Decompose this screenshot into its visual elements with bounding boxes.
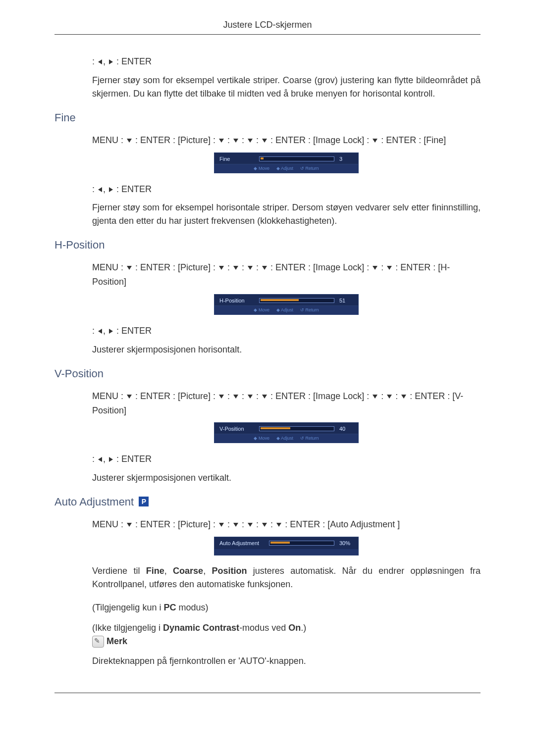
triangle-right-icon [108, 326, 114, 336]
fine-block: MENU : : ENTER : [Picture] : : : : : ENT… [92, 133, 481, 228]
hint-adjust: ◆ Adjust [276, 436, 293, 441]
triangle-down-icon [126, 135, 133, 145]
t: PC [163, 603, 176, 612]
hpos-desc: Justerer skjermposisjonen horisontalt. [92, 343, 481, 356]
vpos-osd: V-Position 40 ◆ Move ◆ Adjust ↺ Return [214, 422, 359, 443]
t: : [225, 262, 232, 272]
top-block: : , : ENTER Fjerner støy som for eksempe… [92, 54, 481, 101]
triangle-down-icon [372, 391, 378, 401]
t: , [203, 566, 212, 576]
hint-move: ◆ Move [254, 166, 269, 171]
note-pencil-icon [92, 636, 104, 648]
triangle-down-icon [400, 391, 407, 401]
t: MENU : [92, 519, 126, 529]
triangle-left-icon [97, 184, 103, 194]
pc-mode-badge-icon: P [139, 497, 149, 506]
osd-label: Fine [219, 156, 254, 162]
t: Dynamic Contrast [163, 623, 239, 633]
t: : [239, 135, 247, 145]
t: Position [212, 566, 247, 576]
vpos-menu-path: MENU : : ENTER : [Picture] : : : : : ENT… [92, 389, 481, 418]
vpos-block: MENU : : ENTER : [Picture] : : : : : ENT… [92, 389, 481, 485]
triangle-right-icon [108, 184, 114, 194]
fine-nav-line: : , : ENTER [92, 182, 481, 197]
auto-osd-wrap: Auto Adjustment 30% [92, 537, 481, 555]
note-line: Merk [92, 636, 481, 648]
t: : ENTER : [Auto Adjustment ] [282, 519, 400, 529]
auto-desc4: Direkteknappen på fjernkontrollen er 'AU… [92, 655, 481, 668]
t: : [239, 519, 247, 529]
t: : ENTER [114, 454, 152, 464]
t: : ENTER : [Picture] : [133, 519, 218, 529]
triangle-right-icon [108, 56, 114, 66]
t: : [254, 135, 261, 145]
section-title-auto: Auto Adjustment P [54, 496, 481, 508]
triangle-down-icon [218, 135, 225, 145]
triangle-down-icon [261, 391, 268, 401]
t: : [254, 519, 261, 529]
t: : ENTER : [Picture] : [133, 262, 218, 272]
hint-return: ↺ Return [300, 166, 319, 171]
t: : ENTER : [Picture] : [133, 391, 218, 401]
vpos-osd-wrap: V-Position 40 ◆ Move ◆ Adjust ↺ Return [92, 422, 481, 443]
auto-osd: Auto Adjustment 30% [214, 537, 359, 555]
triangle-down-icon [275, 519, 282, 529]
footer-rule [54, 693, 481, 693]
t: : [254, 391, 261, 401]
t: : [268, 519, 275, 529]
t: : [239, 262, 247, 272]
t: MENU : [92, 135, 126, 145]
fine-osd: Fine 3 ◆ Move ◆ Adjust ↺ Return [214, 152, 359, 173]
t: : [378, 262, 386, 272]
top-nav-line: : , : ENTER [92, 54, 481, 69]
hint-return: ↺ Return [300, 436, 319, 441]
triangle-left-icon [97, 454, 103, 464]
triangle-down-icon [126, 519, 133, 529]
osd-row: V-Position 40 [214, 423, 358, 434]
auto-desc1: Verdiene til Fine, Coarse, Position just… [92, 564, 481, 591]
t: : [239, 391, 247, 401]
hint-adjust: ◆ Adjust [276, 166, 293, 171]
triangle-down-icon [247, 262, 254, 272]
osd-bar [259, 426, 334, 431]
t: MENU : [92, 262, 126, 272]
triangle-down-icon [218, 519, 225, 529]
triangle-down-icon [232, 262, 239, 272]
t: : [225, 391, 232, 401]
t: , [164, 566, 173, 576]
t: : [225, 135, 232, 145]
osd-bar [259, 156, 334, 161]
section-title-hpos: H-Position [54, 239, 481, 252]
triangle-down-icon [261, 262, 268, 272]
osd-bar [269, 541, 334, 546]
section-title-vpos: V-Position [54, 367, 481, 380]
vpos-nav-line: : , : ENTER [92, 452, 481, 466]
osd-value: 40 [339, 426, 353, 432]
t: Verdiene til [92, 566, 146, 576]
t: : ENTER : [Image Lock] : [268, 135, 372, 145]
t: : ENTER : [Fine] [378, 135, 446, 145]
triangle-down-icon [126, 262, 133, 272]
auto-menu-path: MENU : : ENTER : [Picture] : : : : : : E… [92, 517, 481, 532]
triangle-down-icon [247, 519, 254, 529]
t: modus) [176, 603, 208, 612]
osd-label: H-Position [219, 298, 254, 303]
triangle-down-icon [232, 519, 239, 529]
t: : [254, 262, 261, 272]
vpos-desc: Justerer skjermposisjonen vertikalt. [92, 471, 481, 485]
auto-desc3: (Ikke tilgjengelig i Dynamic Contrast-mo… [92, 621, 481, 635]
osd-hints: ◆ Move ◆ Adjust ↺ Return [214, 164, 358, 173]
t: : [393, 391, 400, 401]
auto-block: MENU : : ENTER : [Picture] : : : : : : E… [92, 517, 481, 668]
auto-desc2: (Tilgjengelig kun i PC modus) [92, 601, 481, 614]
hpos-menu-path: MENU : : ENTER : [Picture] : : : : : ENT… [92, 260, 481, 289]
hpos-osd-wrap: H-Position 51 ◆ Move ◆ Adjust ↺ Return [92, 294, 481, 315]
triangle-down-icon [372, 262, 378, 272]
section-title-fine: Fine [54, 111, 481, 124]
triangle-down-icon [386, 391, 393, 401]
hint-move: ◆ Move [254, 307, 269, 312]
t: .) [301, 623, 306, 633]
triangle-down-icon [247, 135, 254, 145]
triangle-left-icon [97, 326, 103, 336]
t: : ENTER : [Image Lock] : [268, 391, 372, 401]
